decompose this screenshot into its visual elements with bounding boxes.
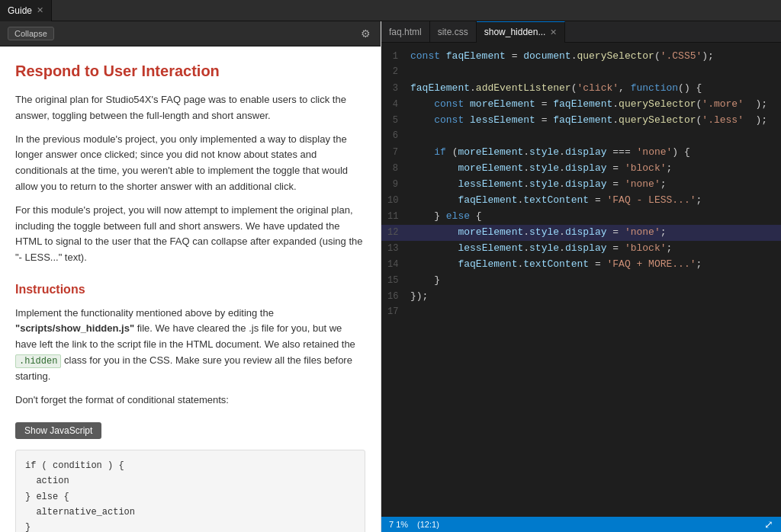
code-line-15: 15 }	[381, 273, 781, 289]
code-editor: 1const faqElement = document.querySelect…	[381, 43, 781, 517]
status-position-label: 7 1%	[389, 520, 408, 529]
line-number-1: 1	[387, 50, 410, 64]
code-line-3: 3faqElement.addEventListener('click', fu…	[381, 81, 781, 97]
line-number-6: 6	[387, 129, 410, 143]
line-content-9: lessElement.style.display = 'none';	[410, 177, 775, 193]
line-content-7: if (moreElement.style.display === 'none'…	[410, 145, 775, 161]
line-number-15: 15	[387, 274, 410, 288]
status-right: ⤢	[764, 518, 773, 530]
instructions-title: Instructions	[15, 280, 365, 300]
code-line-12: 12 moreElement.style.display = 'none';	[381, 225, 781, 241]
line-content-14: faqElement.textContent = 'FAQ + MORE...'…	[410, 257, 775, 273]
line-number-9: 9	[387, 178, 410, 192]
line-content-3: faqElement.addEventListener('click', fun…	[410, 81, 775, 97]
intro-para-3: For this module's project, you will now …	[15, 203, 365, 266]
line-content-10: faqElement.textContent = 'FAQ - LESS...'…	[410, 193, 775, 209]
code-line-4: 4 const moreElement = faqElement.querySe…	[381, 97, 781, 113]
show-javascript-button[interactable]: Show JavaScript	[15, 422, 101, 439]
line-number-10: 10	[387, 194, 410, 208]
line-number-4: 4	[387, 98, 410, 112]
code-line-11: 11 } else {	[381, 209, 781, 225]
tab-site-css-label: site.css	[438, 27, 468, 37]
instructions-text3: class for you in the CSS. Make sure you …	[15, 354, 352, 382]
left-panel-content: Respond to User Interaction The original…	[0, 46, 381, 532]
line-number-7: 7	[387, 146, 410, 160]
page-title: Respond to User Interaction	[15, 59, 365, 83]
line-number-16: 16	[387, 290, 410, 304]
line-content-13: lessElement.style.display = 'block';	[410, 241, 775, 257]
line-content-11: } else {	[410, 209, 775, 225]
tab-faq-html-label: faq.html	[389, 27, 422, 37]
code-line-14: 14 faqElement.textContent = 'FAQ + MORE.…	[381, 257, 781, 273]
code-line-16: 16});	[381, 289, 781, 305]
line-content-1: const faqElement = document.querySelecto…	[410, 49, 775, 65]
line-number-3: 3	[387, 82, 410, 96]
line-number-5: 5	[387, 114, 410, 128]
code-line-8: 8 moreElement.style.display = 'block';	[381, 161, 781, 177]
line-content-15: }	[410, 273, 775, 289]
tab-faq-html[interactable]: faq.html	[381, 21, 430, 43]
instructions-code-class: .hidden	[15, 354, 61, 368]
code-line-1: 1const faqElement = document.querySelect…	[381, 49, 781, 65]
line-number-14: 14	[387, 258, 410, 272]
code-line-6: 6	[381, 129, 781, 145]
status-cursor: (12:1)	[417, 520, 439, 529]
code-line-13: 13 lessElement.style.display = 'block';	[381, 241, 781, 257]
line-number-17: 17	[387, 305, 410, 319]
line-content-16: });	[410, 289, 775, 305]
code-line-7: 7 if (moreElement.style.display === 'non…	[381, 145, 781, 161]
instructions-bold-file: "scripts/show_hidden.js"	[15, 322, 134, 334]
code-line-17: 17	[381, 305, 781, 321]
line-content-12: moreElement.style.display = 'none';	[410, 225, 775, 241]
tab-guide-label: Guide	[8, 5, 32, 16]
editor-tab-bar: faq.html site.css show_hidden... ✕	[381, 21, 781, 43]
instructions-para: Implement the functionality mentioned ab…	[15, 306, 365, 385]
code-line-2: 2	[381, 65, 781, 81]
top-tab-bar: Guide ✕	[0, 0, 781, 21]
intro-para-1: The original plan for Studio54X's FAQ pa…	[15, 92, 365, 124]
line-content-5: const lessElement = faqElement.querySele…	[410, 113, 775, 129]
line-number-12: 12	[387, 226, 410, 240]
line-number-8: 8	[387, 162, 410, 176]
tab-show-hidden-close[interactable]: ✕	[550, 27, 557, 37]
line-number-13: 13	[387, 242, 410, 256]
line-content-4: const moreElement = faqElement.querySele…	[410, 97, 775, 113]
settings-icon[interactable]: ⚙	[358, 26, 373, 41]
right-panel: faq.html site.css show_hidden... ✕ 1cons…	[381, 21, 781, 532]
line-number-2: 2	[387, 65, 410, 79]
tab-guide-close[interactable]: ✕	[37, 6, 43, 14]
tab-guide[interactable]: Guide ✕	[0, 0, 52, 21]
collapse-button[interactable]: Collapse	[8, 27, 54, 40]
main-layout: Collapse ⚙ Respond to User Interaction T…	[0, 21, 781, 532]
editor-status-bar: 7 1% (12:1) ⤢	[381, 517, 781, 532]
conditional-hint: Don't forget the format of conditional s…	[15, 393, 365, 409]
intro-para-2: In the previous module's project, you on…	[15, 132, 365, 195]
line-number-11: 11	[387, 210, 410, 224]
tab-show-hidden-label: show_hidden...	[484, 27, 546, 37]
left-panel-header: Collapse ⚙	[0, 21, 381, 46]
code-line-10: 10 faqElement.textContent = 'FAQ - LESS.…	[381, 193, 781, 209]
code-line-9: 9 lessElement.style.display = 'none';	[381, 177, 781, 193]
status-left: 7 1% (12:1)	[389, 520, 439, 529]
tab-show-hidden[interactable]: show_hidden... ✕	[477, 21, 566, 43]
tab-site-css[interactable]: site.css	[430, 21, 477, 43]
left-panel: Collapse ⚙ Respond to User Interaction T…	[0, 21, 381, 532]
fullscreen-icon[interactable]: ⤢	[764, 518, 773, 530]
line-content-8: moreElement.style.display = 'block';	[410, 161, 775, 177]
code-line-5: 5 const lessElement = faqElement.querySe…	[381, 113, 781, 129]
instructions-text1: Implement the functionality mentioned ab…	[15, 307, 274, 319]
javascript-code-block: if ( condition ) { action } else { alter…	[15, 450, 365, 532]
